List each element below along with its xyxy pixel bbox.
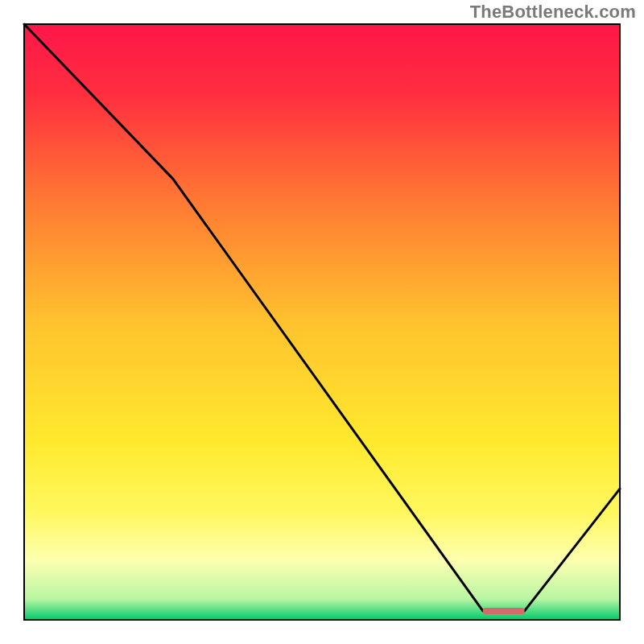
plot-background [24,24,620,620]
bottleneck-chart [0,0,644,644]
optimum-marker [483,608,525,614]
